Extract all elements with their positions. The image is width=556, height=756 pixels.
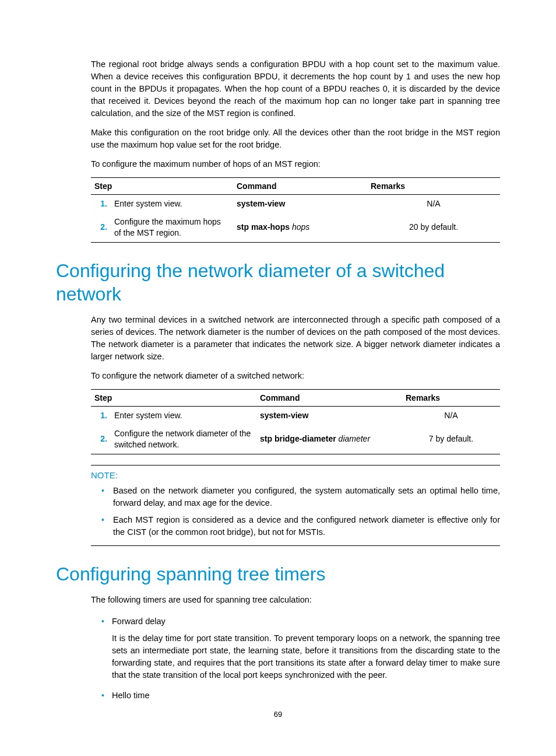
cmd-keyword: stp max-hops bbox=[237, 222, 290, 232]
step-remarks: N/A bbox=[367, 195, 500, 213]
step-desc: Enter system view. bbox=[111, 406, 256, 424]
col-header-command: Command bbox=[256, 389, 402, 406]
cmd-arg: diameter bbox=[339, 434, 370, 443]
note-list: Based on the network diameter you config… bbox=[101, 482, 500, 541]
step-remarks: 20 by default. bbox=[367, 213, 500, 242]
cmd-arg: hops bbox=[292, 222, 309, 232]
cmd-keyword: stp bridge-diameter bbox=[260, 434, 336, 443]
step-number: 1. bbox=[91, 406, 111, 424]
step-command: system-view bbox=[233, 195, 367, 213]
paragraph: Make this configuration on the root brid… bbox=[91, 127, 500, 151]
paragraph: To configure the network diameter of a s… bbox=[91, 370, 500, 382]
page-number: 69 bbox=[0, 710, 556, 719]
paragraph: Any two terminal devices in a switched n… bbox=[91, 314, 500, 363]
step-desc: Enter system view. bbox=[111, 195, 233, 213]
heading-spanning-tree-timers: Configuring spanning tree timers bbox=[56, 562, 500, 586]
intro-block: The regional root bridge always sends a … bbox=[91, 58, 500, 243]
col-header-remarks: Remarks bbox=[367, 178, 500, 195]
step-remarks: N/A bbox=[402, 406, 500, 424]
col-header-remarks: Remarks bbox=[402, 389, 500, 406]
paragraph: The regional root bridge always sends a … bbox=[91, 58, 500, 120]
cmd-keyword: system-view bbox=[260, 411, 308, 420]
steps-table-max-hops: Step Command Remarks 1. Enter system vie… bbox=[91, 177, 500, 243]
section1-body: Any two terminal devices in a switched n… bbox=[91, 314, 500, 546]
table-row: 2. Configure the network diameter of the… bbox=[91, 425, 500, 454]
col-header-command: Command bbox=[233, 178, 367, 195]
step-remarks: 7 by default. bbox=[402, 425, 500, 454]
step-command: stp max-hops hops bbox=[233, 213, 367, 242]
list-item: Hello time bbox=[91, 687, 500, 704]
table-row: 1. Enter system view. system-view N/A bbox=[91, 406, 500, 424]
step-desc: Configure the network diameter of the sw… bbox=[111, 425, 256, 454]
steps-table-bridge-diameter: Step Command Remarks 1. Enter system vie… bbox=[91, 389, 500, 454]
heading-network-diameter: Configuring the network diameter of a sw… bbox=[56, 259, 500, 306]
step-desc: Configure the maximum hops of the MST re… bbox=[111, 213, 233, 242]
table-row: 2. Configure the maximum hops of the MST… bbox=[91, 213, 500, 242]
section2-body: The following timers are used for spanni… bbox=[91, 594, 500, 704]
col-header-step: Step bbox=[91, 178, 233, 195]
paragraph: The following timers are used for spanni… bbox=[91, 594, 500, 606]
paragraph: To configure the maximum number of hops … bbox=[91, 158, 500, 170]
table-row: 1. Enter system view. system-view N/A bbox=[91, 195, 500, 213]
list-item: Forward delay bbox=[91, 613, 500, 630]
step-command: stp bridge-diameter diameter bbox=[256, 425, 402, 454]
step-command: system-view bbox=[256, 406, 402, 424]
page: The regional root bridge always sends a … bbox=[0, 0, 556, 756]
timer-list: Hello time bbox=[91, 687, 500, 704]
step-number: 2. bbox=[91, 213, 111, 242]
col-header-step: Step bbox=[91, 389, 256, 406]
step-number: 1. bbox=[91, 195, 111, 213]
note-label: NOTE: bbox=[91, 470, 500, 480]
note-item: Based on the network diameter you config… bbox=[101, 482, 500, 512]
note-item: Each MST region is considered as a devic… bbox=[101, 512, 500, 541]
list-item-desc: It is the delay time for port state tran… bbox=[112, 632, 500, 681]
cmd-keyword: system-view bbox=[237, 199, 285, 208]
step-number: 2. bbox=[91, 425, 111, 454]
note-block: NOTE: Based on the network diameter you … bbox=[91, 465, 500, 546]
timer-list: Forward delay bbox=[91, 613, 500, 630]
